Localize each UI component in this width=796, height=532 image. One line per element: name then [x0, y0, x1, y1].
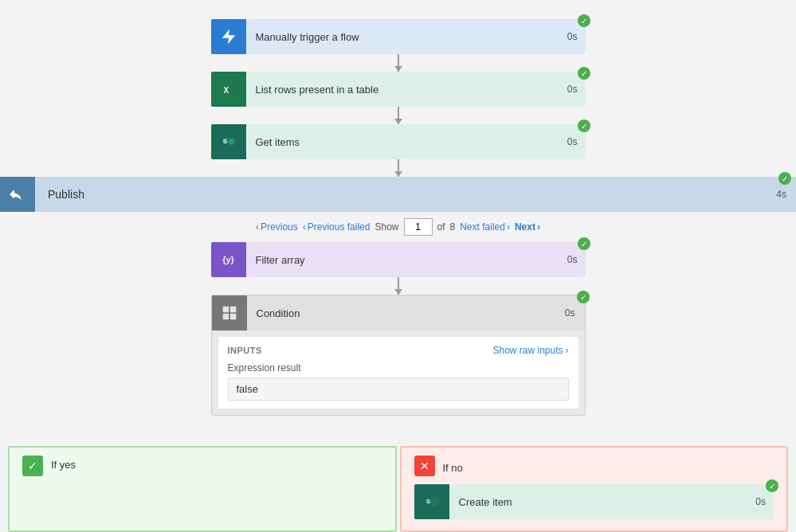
arrow-1: [398, 54, 399, 72]
show-raw-inputs-button[interactable]: Show raw inputs ›: [492, 345, 568, 356]
svg-rect-9: [222, 314, 229, 320]
list-rows-label: List rows present in a table: [246, 84, 559, 96]
publish-label: Publish: [35, 188, 776, 201]
condition-header: Condition 0s ✓: [212, 295, 585, 331]
step-trigger: Manually trigger a flow 0s ✓: [211, 19, 586, 54]
next-failed-label[interactable]: Next failed: [460, 221, 505, 233]
chevron-right-icon-2: ›: [537, 221, 540, 233]
get-items-check: ✓: [578, 119, 590, 132]
condition-body: INPUTS Show raw inputs › Expression resu…: [218, 337, 578, 409]
svg-text:S: S: [222, 138, 227, 145]
list-rows-duration: 0s: [559, 84, 586, 95]
sharepoint-icon-1: S: [211, 124, 246, 159]
arrow-2: [398, 107, 399, 124]
svg-point-5: [229, 139, 234, 145]
show-label: Show: [374, 221, 398, 233]
svg-text:X: X: [223, 86, 229, 95]
chevron-left-icon-2: ‹: [303, 221, 306, 233]
svg-text:S: S: [425, 498, 430, 505]
previous-label[interactable]: Previous: [261, 221, 298, 233]
previous-failed-button[interactable]: ‹ Previous failed: [303, 221, 371, 233]
create-item-duration: 0s: [747, 496, 774, 507]
svg-rect-10: [229, 314, 236, 320]
svg-point-12: [429, 497, 438, 506]
get-items-label: Get items: [246, 136, 559, 148]
list-rows-check: ✓: [578, 67, 590, 80]
next-label[interactable]: Next: [515, 221, 535, 233]
filter-array-duration: 0s: [559, 254, 586, 265]
expression-label: Expression result: [228, 362, 569, 374]
arrow-3: [398, 159, 399, 177]
publish-check: ✓: [778, 172, 791, 185]
no-icon: ✕: [414, 456, 435, 476]
publish-icon: [0, 177, 35, 212]
step-list-rows: X List rows present in a table 0s ✓: [211, 72, 586, 107]
page-number-input[interactable]: [404, 218, 433, 236]
expression-value: false: [228, 377, 569, 401]
condition-duration: 0s: [565, 307, 585, 319]
yes-icon: ✓: [22, 456, 43, 476]
next-button[interactable]: Next ›: [515, 221, 540, 233]
trigger-label: Manually trigger a flow: [246, 31, 559, 43]
trigger-check: ✓: [578, 14, 590, 27]
branch-no-label: If no: [443, 459, 463, 474]
publish-step: Publish 4s ✓: [0, 177, 796, 212]
publish-duration: 4s: [776, 189, 786, 200]
create-item-check: ✓: [766, 479, 778, 492]
trigger-duration: 0s: [559, 31, 586, 42]
svg-rect-8: [229, 307, 236, 313]
filter-array-check: ✓: [578, 237, 590, 250]
previous-button[interactable]: ‹ Previous: [256, 221, 298, 233]
next-failed-button[interactable]: Next failed ›: [460, 221, 510, 233]
step-filter-array: {y} Filter array 0s ✓: [211, 242, 586, 277]
filter-array-label: Filter array: [246, 254, 559, 266]
chevron-right-icon: ›: [507, 221, 510, 233]
branch-no: ✕ If no S Create item 0s ✓: [400, 446, 789, 532]
chevron-left-icon: ‹: [256, 221, 259, 233]
branch-yes-label: If yes: [51, 456, 76, 471]
condition-label: Condition: [247, 307, 565, 319]
condition-check: ✓: [577, 291, 590, 303]
previous-failed-label[interactable]: Previous failed: [308, 221, 371, 233]
inputs-header: INPUTS Show raw inputs ›: [228, 345, 569, 356]
branch-yes: ✓ If yes: [8, 446, 397, 532]
sharepoint-icon-2: S: [414, 484, 449, 519]
raw-inputs-label: Show raw inputs: [492, 345, 563, 356]
trigger-icon: [211, 19, 246, 54]
svg-rect-7: [222, 307, 229, 313]
step-get-items: S Get items 0s ✓: [211, 124, 586, 159]
condition-step: Condition 0s ✓ INPUTS Show raw inputs › …: [211, 295, 586, 416]
total-pages: 8: [450, 221, 456, 233]
chevron-right-icon-3: ›: [566, 345, 569, 356]
of-label: of: [437, 221, 445, 233]
branch-no-header: ✕ If no: [414, 456, 774, 476]
pagination-controls: ‹ Previous ‹ Previous failed Show of 8 N…: [256, 212, 540, 242]
arrow-4: [398, 277, 399, 295]
excel-icon: X: [211, 72, 246, 107]
get-items-duration: 0s: [559, 136, 586, 147]
filter-icon: {y}: [211, 242, 246, 277]
inputs-label: INPUTS: [228, 346, 262, 355]
step-create-item: S Create item 0s ✓: [414, 484, 774, 519]
create-item-label: Create item: [449, 496, 748, 508]
condition-icon: [212, 295, 247, 331]
